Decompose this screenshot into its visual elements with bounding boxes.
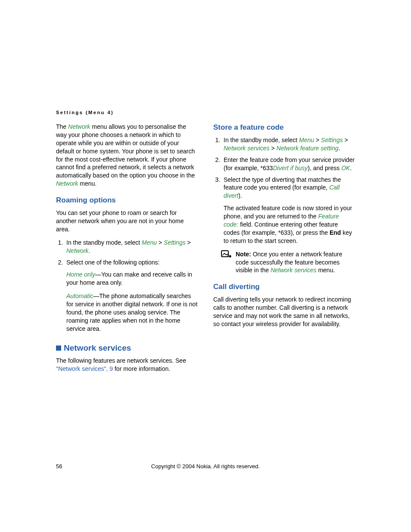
menu-path: OK (341, 165, 350, 171)
text: Select one of the following options: (66, 259, 159, 266)
heading-text: Network services (64, 343, 131, 352)
menu-path: Network services (271, 267, 317, 274)
text: . (339, 145, 340, 152)
document-page: Settings (Menu 4) The Network menu allow… (0, 0, 411, 532)
menu-path: Menu (299, 137, 314, 143)
text: Select the type of diverting that matche… (224, 176, 341, 191)
text: . (350, 165, 352, 171)
menu-path: Divert if busy (273, 165, 308, 171)
intro-paragraph: The Network menu allows you to personali… (56, 123, 198, 188)
note-icon (221, 250, 231, 275)
option-name: Automatic (66, 292, 93, 299)
key-name: End (330, 229, 341, 236)
list-item: In the standby mode, select Menu > Setti… (222, 136, 355, 152)
text: field. Continue entering other feature c… (224, 221, 338, 236)
roaming-paragraph: You can set your phone to roam or search… (56, 209, 198, 233)
cross-reference-link[interactable]: "Network services", 9 (56, 365, 113, 372)
text: menu allows you to personalise the way y… (56, 123, 195, 179)
copyright-text: Copyright © 2004 Nokia. All rights reser… (151, 463, 260, 470)
option-name: Home only (66, 271, 95, 278)
heading-roaming-options: Roaming options (56, 196, 198, 205)
menu-path: Network feature setting (277, 145, 339, 152)
heading-network-services: Network services (56, 342, 198, 354)
text: > (270, 145, 277, 152)
step3-continuation: The activated feature code is now stored… (224, 204, 355, 245)
text: > (343, 137, 348, 143)
text: menu. (317, 267, 335, 274)
text: > (157, 239, 164, 246)
text: for more information. (113, 365, 170, 372)
menu-path: Network services (224, 145, 270, 152)
text: . (88, 247, 90, 254)
text: > (314, 137, 321, 143)
menu-path: Menu (142, 239, 157, 246)
page-number: 56 (56, 463, 62, 470)
option-automatic: Automatic—The phone automatically search… (66, 292, 198, 333)
heading-call-diverting: Call diverting (213, 282, 355, 292)
list-item: In the standby mode, select Menu > Setti… (65, 239, 198, 255)
menu-path: Network (56, 180, 78, 187)
left-column: The Network menu allows you to personali… (56, 123, 198, 378)
option-home-only: Home only—You can make and receive calls… (66, 271, 198, 287)
text: The following features are network servi… (56, 357, 186, 364)
list-item: Select the type of diverting that matche… (222, 176, 355, 245)
text: In the standby mode, select (66, 239, 142, 246)
text: ), and press (308, 165, 341, 171)
note-text: Note: Once you enter a network feature c… (236, 250, 355, 275)
text: > (186, 239, 191, 246)
menu-path: Network (68, 123, 90, 130)
menu-path: Settings (321, 137, 343, 143)
text: The (56, 123, 68, 130)
store-feature-steps: In the standby mode, select Menu > Setti… (213, 136, 355, 245)
note-label: Note: (236, 251, 251, 258)
text: menu. (78, 180, 97, 187)
page-footer: 56 Copyright © 2004 Nokia. All rights re… (0, 463, 411, 470)
note-block: Note: Once you enter a network feature c… (221, 250, 355, 275)
text: In the standby mode, select (224, 137, 299, 143)
call-diverting-paragraph: Call diverting tells your network to red… (213, 296, 355, 328)
square-bullet-icon (56, 345, 61, 351)
menu-path: Network (66, 247, 88, 254)
text: ). (238, 192, 242, 199)
list-item: Select one of the following options: Hom… (65, 258, 198, 333)
heading-store-feature-code: Store a feature code (213, 123, 355, 133)
network-services-paragraph: The following features are network servi… (56, 357, 198, 373)
right-column: Store a feature code In the standby mode… (213, 123, 355, 378)
two-column-layout: The Network menu allows you to personali… (56, 123, 355, 378)
roaming-steps: In the standby mode, select Menu > Setti… (56, 239, 198, 333)
menu-path: Settings (164, 239, 186, 246)
running-header: Settings (Menu 4) (56, 110, 355, 115)
list-item: Enter the feature code from your service… (222, 156, 355, 172)
